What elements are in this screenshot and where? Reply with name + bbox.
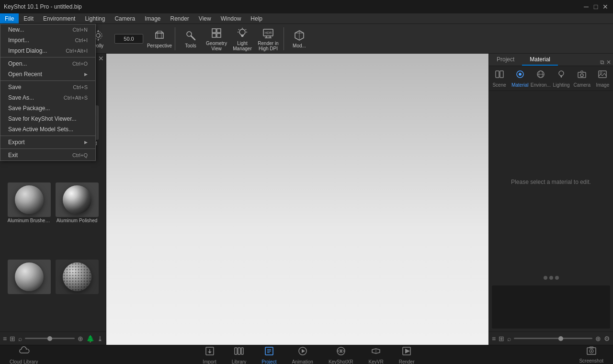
material-item-3[interactable]: Aluminum Brushed 90° <box>6 182 52 258</box>
menu-new[interactable]: New... Ctrl+N <box>0 24 95 35</box>
svg-rect-13 <box>156 33 163 38</box>
screenshot-button[interactable]: Screenshot <box>579 346 603 364</box>
menu-exit[interactable]: Exit Ctrl+Q <box>0 150 95 160</box>
cloud-library-button[interactable]: Cloud Library <box>10 345 38 364</box>
menu-save-model-sets[interactable]: Save Active Model Sets... <box>0 124 95 135</box>
render-high-dpi-button[interactable]: HDR Render in High DPI <box>256 25 281 52</box>
svg-line-27 <box>238 29 239 30</box>
menu-lighting[interactable]: Lighting <box>80 13 110 23</box>
svg-rect-22 <box>217 34 221 37</box>
bottom-tab-project[interactable]: Project <box>256 344 282 364</box>
material-item-5[interactable] <box>6 260 52 330</box>
menu-file[interactable]: File <box>0 13 19 23</box>
svg-rect-59 <box>238 348 240 354</box>
menu-import-dialog[interactable]: Import Dialog... Ctrl+Alt+I <box>0 46 95 56</box>
menu-view[interactable]: View <box>194 13 216 23</box>
bottom-tab-keyshotxr[interactable]: KeyShotXR <box>323 344 359 364</box>
menu-export[interactable]: Export <box>0 137 95 148</box>
grid-view-icon[interactable]: ⊞ <box>10 335 15 342</box>
menu-open-recent[interactable]: Open Recent <box>0 69 95 80</box>
material-content: Please select a material to edit. <box>489 91 613 331</box>
sep-3 <box>0 136 95 136</box>
material-sphere-6 <box>63 262 91 291</box>
right-panel-tabs: Project Material ⧉ ✕ <box>489 54 613 66</box>
right-zoom-in-icon[interactable]: ⊕ <box>595 335 601 342</box>
menu-save[interactable]: Save Ctrl+S <box>0 82 95 92</box>
material-item-4[interactable]: Aluminum Polished <box>54 182 100 258</box>
minimize-button[interactable]: ─ <box>582 3 590 11</box>
environment-icon <box>536 69 545 81</box>
tab-camera-icon[interactable]: Camera <box>572 68 591 90</box>
list-view-icon[interactable]: ≡ <box>3 335 7 342</box>
svg-rect-21 <box>212 34 216 37</box>
right-panel-dots <box>489 273 613 283</box>
svg-point-23 <box>239 29 245 35</box>
menu-camera[interactable]: Camera <box>110 13 140 23</box>
import-left-icon[interactable]: ⤓ <box>97 335 103 342</box>
light-manager-button[interactable]: Light Manager <box>230 25 255 52</box>
sep-2 <box>0 80 95 81</box>
zoom-input[interactable] <box>114 34 143 44</box>
close-button[interactable]: ✕ <box>602 3 609 11</box>
library-icon <box>234 346 244 359</box>
left-panel-close-button[interactable]: ✕ <box>98 55 104 62</box>
zoom-in-icon[interactable]: ⊕ <box>78 335 83 342</box>
model-button[interactable]: Mod... <box>287 25 312 52</box>
material-sphere-3 <box>15 185 44 214</box>
search-icon-left[interactable]: ⌕ <box>18 335 22 342</box>
menu-render[interactable]: Render <box>166 13 194 23</box>
bottom-tab-render[interactable]: Render <box>393 344 420 364</box>
bottom-tab-import[interactable]: Import <box>197 344 222 364</box>
right-panel-close-button[interactable]: ✕ <box>606 59 611 66</box>
svg-rect-58 <box>235 348 237 354</box>
bottom-tab-animation[interactable]: Animation <box>286 344 318 364</box>
right-search-icon[interactable]: ⌕ <box>507 335 511 342</box>
project-icon <box>264 346 274 359</box>
bottom-tab-keyvr[interactable]: KeyVR <box>363 344 389 364</box>
perspective-button[interactable]: Perspective <box>147 25 172 52</box>
svg-rect-19 <box>212 29 216 33</box>
menu-save-as[interactable]: Save As... Ctrl+Alt+S <box>0 92 95 103</box>
right-filter-icon[interactable]: ⚙ <box>604 335 610 342</box>
tab-scene[interactable]: Scene <box>490 68 509 90</box>
menu-save-package[interactable]: Save Package... <box>0 103 95 114</box>
maximize-button[interactable]: □ <box>592 3 600 11</box>
scene-tree-icon[interactable]: 🌲 <box>86 335 94 342</box>
viewport[interactable] <box>106 54 488 345</box>
menu-save-viewer[interactable]: Save for KeyShot Viewer... <box>0 114 95 124</box>
right-panel-float-button[interactable]: ⧉ <box>600 59 604 66</box>
tab-environment-icon[interactable]: Environ... <box>531 68 550 90</box>
animation-icon <box>297 346 308 359</box>
menu-edit[interactable]: Edit <box>19 13 38 23</box>
tab-lighting-icon[interactable]: Lighting <box>552 68 571 90</box>
right-grid-view-icon[interactable]: ⊞ <box>499 335 504 342</box>
right-icon-tabs: Scene Material <box>489 66 613 91</box>
zoom-slider-right[interactable] <box>514 338 592 339</box>
bottom-tab-library[interactable]: Library <box>226 344 252 364</box>
tab-image-icon[interactable]: Image <box>593 68 612 90</box>
svg-rect-20 <box>217 29 221 33</box>
menu-import[interactable]: Import... Ctrl+I <box>0 35 95 46</box>
menu-image[interactable]: Image <box>140 13 165 23</box>
rdot-2 <box>549 276 553 280</box>
sep-1 <box>0 57 95 57</box>
material-item-6[interactable] <box>54 260 100 330</box>
right-list-view-icon[interactable]: ≡ <box>492 335 496 342</box>
tab-material[interactable]: Material <box>522 54 558 66</box>
zoom-input-group <box>112 25 146 52</box>
geometry-view-button[interactable]: Geometry View <box>204 25 229 52</box>
menu-open[interactable]: Open... Ctrl+O <box>0 58 95 69</box>
menu-help[interactable]: Help <box>246 13 267 23</box>
zoom-slider-left[interactable] <box>25 338 75 339</box>
svg-rect-42 <box>500 71 503 78</box>
render-icon <box>401 346 412 359</box>
tab-project[interactable]: Project <box>489 54 522 66</box>
menu-window[interactable]: Window <box>216 13 246 23</box>
svg-rect-50 <box>561 77 562 78</box>
menu-environment[interactable]: Environment <box>38 13 80 23</box>
tools-button[interactable]: Tools <box>178 25 203 52</box>
tab-material-icon[interactable]: Material <box>511 68 530 90</box>
scene-icon <box>495 69 504 81</box>
left-panel-bottom-bar: ≡ ⊞ ⌕ ⊕ 🌲 ⤓ <box>0 331 106 345</box>
import-icon <box>204 346 215 359</box>
